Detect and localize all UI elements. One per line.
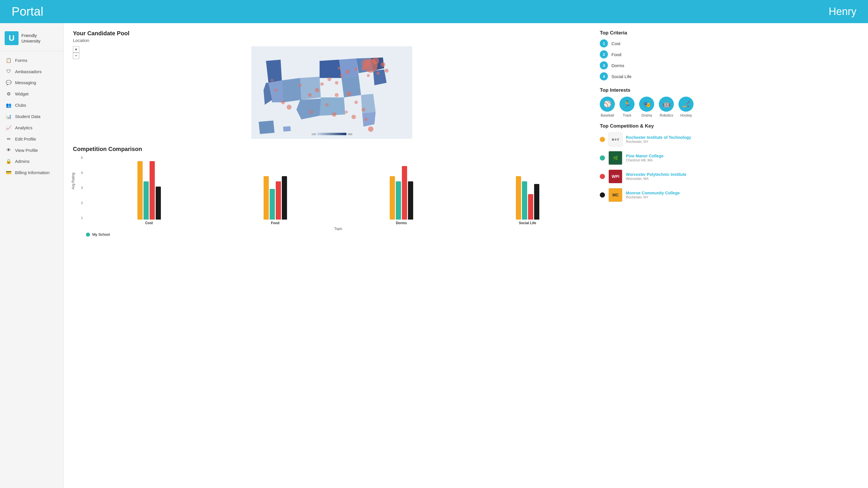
chart-x-labels: CostFoodDormsSocial Life: [86, 221, 591, 225]
x-label-2: Dorms: [338, 221, 464, 225]
svg-point-8: [361, 66, 366, 71]
interest-label-1: Track: [623, 113, 631, 118]
sidebar-item-messaging[interactable]: 💬Messaging: [0, 77, 63, 88]
competition-name-2[interactable]: Worcester Polytechnic Institute: [626, 172, 686, 177]
svg-point-17: [335, 93, 339, 97]
svg-point-16: [315, 88, 319, 92]
svg-point-19: [354, 101, 358, 104]
competition-location-2: Worcester, MA: [626, 177, 686, 181]
svg-point-33: [298, 84, 302, 87]
svg-point-26: [287, 105, 292, 110]
competition-info-0: Rochester Institute of Technology Roches…: [626, 135, 691, 144]
school-initial: U: [5, 31, 19, 45]
competition-location-0: Rochester, NY: [626, 140, 691, 144]
sidebar-item-billing[interactable]: 💳Billing Information: [0, 167, 63, 178]
competition-location-1: Chestnut Hill, MA: [626, 158, 663, 162]
svg-point-24: [325, 103, 329, 106]
competition-logo-3: MC: [609, 188, 622, 202]
bar-3-1: [522, 182, 527, 220]
competition-dot-0: [600, 137, 605, 142]
competition-logo-2: WPI: [609, 169, 622, 184]
bar-2-1: [396, 182, 401, 220]
competition-item-0: R·I·T Rochester Institute of Technology …: [600, 132, 859, 147]
svg-point-4: [380, 62, 385, 67]
competition-section: Competition Comparison 1 2 3 4 5 Avg Rat…: [73, 146, 591, 237]
competition-name-3[interactable]: Monroe Community College: [626, 191, 680, 195]
interest-icon-robotics: 🤖: [659, 97, 674, 112]
sidebar-label-student-data: Student Data: [15, 114, 40, 119]
sidebar-item-ambassadors[interactable]: 🛡Ambassadors: [0, 66, 63, 77]
legend-my-school-label: My School: [92, 232, 110, 237]
user-name: Henry: [829, 5, 857, 18]
sidebar-item-clubs[interactable]: 👥Clubs: [0, 99, 63, 111]
content-grid: Your Candidate Pool Location + −: [73, 30, 859, 237]
zoom-out-button[interactable]: −: [73, 53, 79, 59]
y-tick-3: 3: [81, 186, 83, 190]
bar-group-2: [338, 166, 464, 220]
bar-1-1: [270, 189, 275, 220]
svg-point-31: [332, 112, 337, 117]
interest-item-4: 🏒Hockey: [679, 97, 693, 118]
svg-point-11: [340, 74, 343, 77]
svg-point-15: [320, 83, 324, 86]
sidebar-item-student-data[interactable]: 📊Student Data: [0, 111, 63, 122]
competition-name-1[interactable]: Pine Manor College: [626, 154, 663, 158]
top-competition-section: Top Competition & Key R·I·T Rochester In…: [600, 123, 859, 202]
interest-item-2: 🎭Drama: [639, 97, 654, 118]
competition-logo-1: 🌿: [609, 151, 622, 165]
interest-label-2: Drama: [642, 113, 652, 118]
right-panel: Top Criteria 1Cost2Food3Dorms4Social Lif…: [600, 30, 859, 237]
bar-3-0: [516, 176, 521, 220]
us-map: 100 900: [73, 46, 591, 139]
competition-logo-0: R·I·T: [609, 132, 622, 147]
sidebar-item-admins[interactable]: 🔒Admins: [0, 156, 63, 167]
competition-dot-1: [600, 155, 605, 161]
sidebar-icon-ambassadors: 🛡: [6, 69, 11, 74]
sidebar-item-edit-profile[interactable]: ✏Edit Profile: [0, 133, 63, 144]
bar-3-2: [528, 194, 533, 220]
chart-area: 1 2 3 4 5 Avg Rating CostFoodDormsSocial…: [73, 156, 591, 231]
bar-0-0: [137, 161, 143, 220]
sidebar-label-widget: Widget: [15, 91, 29, 96]
interest-icon-baseball: ⚾: [600, 97, 615, 112]
competition-item-3: MC Monroe Community College Rochester, N…: [600, 188, 859, 202]
svg-point-20: [361, 108, 365, 111]
criteria-label-3: Social Life: [611, 74, 631, 79]
sidebar-label-admins: Admins: [15, 159, 30, 164]
y-tick-2: 2: [81, 201, 83, 204]
svg-text:100: 100: [311, 133, 316, 136]
chart-legend: My School: [73, 232, 591, 237]
top-criteria-section: Top Criteria 1Cost2Food3Dorms4Social Lif…: [600, 30, 859, 80]
app-title: Portal: [11, 5, 43, 19]
sidebar-item-analytics[interactable]: 📈Analytics: [0, 122, 63, 133]
sidebar-icon-admins: 🔒: [6, 159, 11, 164]
legend-dot-my-school: [86, 233, 90, 237]
criteria-num-2: 3: [600, 61, 608, 69]
sidebar-label-messaging: Messaging: [15, 80, 36, 85]
x-label-3: Social Life: [464, 221, 591, 225]
left-panel: Your Candidate Pool Location + −: [73, 30, 591, 237]
svg-text:900: 900: [348, 133, 352, 136]
zoom-in-button[interactable]: +: [73, 46, 79, 53]
sidebar-icon-analytics: 📈: [6, 125, 11, 130]
competition-name-0[interactable]: Rochester Institute of Technology: [626, 135, 691, 140]
app-layout: U FriendlyUniversity 📋Forms🛡Ambassadors💬…: [0, 23, 868, 488]
sidebar-item-forms[interactable]: 📋Forms: [0, 55, 63, 66]
svg-rect-34: [317, 133, 346, 135]
bar-0-1: [144, 182, 149, 220]
sidebar-label-clubs: Clubs: [15, 103, 26, 108]
sidebar-item-widget[interactable]: ⚙Widget: [0, 88, 63, 99]
candidate-pool-title: Your Candidate Pool: [73, 30, 591, 37]
interest-label-4: Hockey: [680, 113, 692, 118]
y-axis-title: Avg Rating: [71, 173, 75, 190]
sidebar-item-view-profile[interactable]: 👁View Profile: [0, 144, 63, 156]
svg-point-29: [271, 79, 273, 82]
competition-item-2: WPI Worcester Polytechnic Institute Worc…: [600, 169, 859, 184]
bar-group-1: [212, 176, 338, 220]
criteria-item-1: 2Food: [600, 50, 859, 59]
school-name: FriendlyUniversity: [22, 33, 40, 44]
main-content: Your Candidate Pool Location + −: [64, 23, 868, 488]
y-tick-5: 5: [81, 156, 83, 159]
svg-point-30: [309, 110, 313, 114]
svg-point-28: [274, 89, 277, 92]
